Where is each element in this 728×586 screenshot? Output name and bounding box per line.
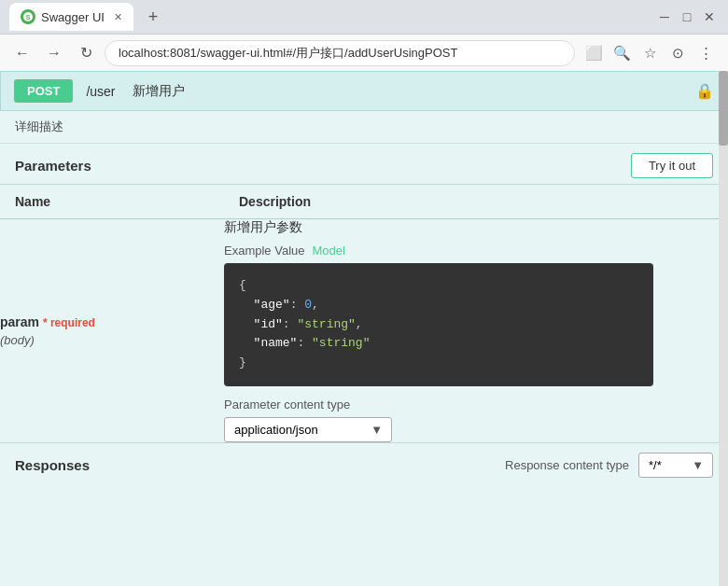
back-button[interactable]: ←	[9, 40, 35, 66]
refresh-button[interactable]: ↻	[73, 40, 99, 66]
bookmark-icon[interactable]: ☆	[637, 40, 663, 66]
content-type-select-wrapper[interactable]: application/json ▼	[224, 417, 392, 442]
tab-favicon: S	[21, 9, 35, 24]
response-content-type-label: Response content type	[505, 458, 629, 472]
maximize-button[interactable]: □	[678, 7, 696, 26]
detail-label: 详细描述	[15, 119, 63, 133]
address-bar-input[interactable]	[105, 40, 575, 66]
code-block: { "age": 0, "id": "string", "name": "str…	[224, 263, 653, 386]
example-value-header: Example Value Model	[224, 244, 728, 258]
content-type-section: Parameter content type application/json …	[224, 398, 728, 442]
minimize-button[interactable]: ─	[655, 7, 674, 26]
parameters-header: Parameters Try it out	[0, 144, 728, 185]
endpoint-header[interactable]: POST /user 新增用户 🔒	[0, 71, 728, 111]
param-description-text: 新增用户参数	[224, 219, 728, 236]
content-type-select[interactable]: application/json	[224, 417, 392, 442]
svg-text:S: S	[26, 14, 31, 21]
responses-section: Responses Response content type */* ▼	[0, 442, 728, 487]
param-name: param * required	[0, 314, 224, 329]
tab-close-button[interactable]: ✕	[114, 11, 122, 23]
response-content-type-select[interactable]: */*	[638, 453, 713, 478]
param-row: param * required (body) 新增用户参数 Example V…	[0, 219, 728, 442]
menu-icon[interactable]: ⋮	[693, 40, 719, 66]
parameters-title: Parameters	[15, 158, 91, 174]
code-line-5: }	[239, 356, 246, 370]
content-type-label: Parameter content type	[224, 398, 728, 412]
endpoint-description: 新增用户	[133, 83, 185, 100]
parameters-section: Parameters Try it out Name Description	[0, 144, 728, 442]
code-line-4: "name": "string"	[239, 336, 370, 350]
browser-tab[interactable]: S Swagger UI ✕	[9, 3, 133, 31]
new-tab-button[interactable]: +	[141, 5, 165, 29]
code-line-1: {	[239, 278, 246, 292]
params-table: Name Description param * required (bo	[0, 185, 728, 442]
tab-title: Swagger UI	[41, 10, 105, 24]
post-badge: POST	[14, 79, 73, 103]
scrollbar-thumb[interactable]	[719, 71, 728, 146]
profile-icon[interactable]: ⊙	[665, 40, 691, 66]
code-line-3: "id": "string",	[239, 317, 363, 331]
zoom-icon[interactable]: 🔍	[609, 40, 635, 66]
screenshot-icon[interactable]: ⬜	[581, 40, 607, 66]
col-description-header: Description	[224, 185, 728, 219]
forward-button[interactable]: →	[41, 40, 67, 66]
param-in: (body)	[0, 333, 224, 347]
model-link[interactable]: Model	[312, 244, 344, 258]
col-name-header: Name	[0, 185, 224, 219]
param-required-badge: * required	[43, 316, 95, 329]
swagger-section: POST /user 新增用户 🔒 详细描述 Parameters Try it…	[0, 71, 728, 487]
lock-icon: 🔒	[695, 82, 714, 100]
response-content-type-select-wrapper[interactable]: */* ▼	[638, 453, 713, 478]
response-content-type: Response content type */* ▼	[505, 453, 713, 478]
example-value-label: Example Value	[224, 244, 304, 258]
responses-title: Responses	[15, 457, 90, 473]
page-content: POST /user 新增用户 🔒 详细描述 Parameters Try it…	[0, 71, 728, 586]
close-window-button[interactable]: ✕	[700, 7, 719, 26]
scrollbar[interactable]	[719, 71, 728, 586]
code-line-2: "age": 0,	[239, 298, 319, 312]
detail-section: 详细描述	[0, 111, 728, 144]
try-it-out-button[interactable]: Try it out	[631, 153, 713, 178]
endpoint-path: /user	[86, 84, 115, 99]
